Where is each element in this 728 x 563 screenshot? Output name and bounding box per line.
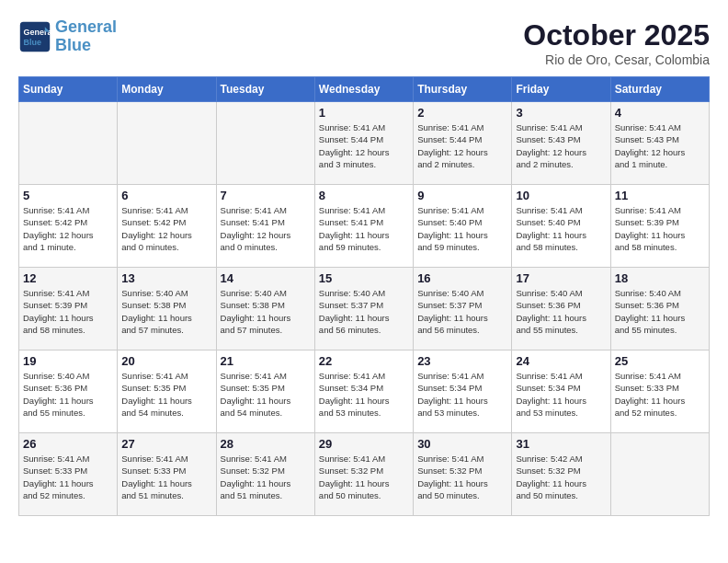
day-cell: 11Sunrise: 5:41 AM Sunset: 5:39 PM Dayli… [610,185,709,268]
day-cell: 10Sunrise: 5:41 AM Sunset: 5:40 PM Dayli… [512,185,610,268]
day-info: Sunrise: 5:40 AM Sunset: 5:38 PM Dayligh… [221,287,311,336]
weekday-header-monday: Monday [118,77,216,102]
weekday-header-sunday: Sunday [19,77,118,102]
day-cell: 28Sunrise: 5:41 AM Sunset: 5:32 PM Dayli… [216,433,314,516]
day-number: 25 [615,354,705,368]
day-cell: 3Sunrise: 5:41 AM Sunset: 5:43 PM Daylig… [512,102,610,185]
weekday-header-thursday: Thursday [414,77,512,102]
weekday-header-saturday: Saturday [610,77,709,102]
day-number: 18 [615,271,705,285]
svg-text:Blue: Blue [23,38,41,47]
day-number: 12 [23,271,113,285]
day-number: 31 [516,437,606,451]
day-number: 5 [23,189,113,202]
day-cell: 29Sunrise: 5:41 AM Sunset: 5:32 PM Dayli… [314,433,413,516]
day-number: 21 [221,354,311,368]
title-block: October 2025 Rio de Oro, Cesar, Colombia [523,18,710,67]
day-number: 6 [121,189,211,202]
weekday-header-friday: Friday [512,77,610,102]
day-info: Sunrise: 5:41 AM Sunset: 5:34 PM Dayligh… [516,370,606,419]
day-cell: 8Sunrise: 5:41 AM Sunset: 5:41 PM Daylig… [314,185,413,268]
day-info: Sunrise: 5:40 AM Sunset: 5:36 PM Dayligh… [615,287,705,336]
calendar-body: 1Sunrise: 5:41 AM Sunset: 5:44 PM Daylig… [19,102,710,516]
day-number: 9 [417,189,507,202]
day-cell: 17Sunrise: 5:40 AM Sunset: 5:36 PM Dayli… [512,268,610,350]
day-cell: 5Sunrise: 5:41 AM Sunset: 5:42 PM Daylig… [19,185,118,268]
day-number: 14 [221,271,311,285]
month-title: October 2025 [523,18,710,52]
day-info: Sunrise: 5:40 AM Sunset: 5:37 PM Dayligh… [417,287,507,336]
day-cell: 7Sunrise: 5:41 AM Sunset: 5:41 PM Daylig… [216,185,314,268]
day-info: Sunrise: 5:41 AM Sunset: 5:32 PM Dayligh… [417,453,507,501]
logo-text: GeneralBlue [55,18,117,55]
day-info: Sunrise: 5:41 AM Sunset: 5:33 PM Dayligh… [121,453,211,501]
day-info: Sunrise: 5:40 AM Sunset: 5:36 PM Dayligh… [516,287,606,336]
week-row-2: 5Sunrise: 5:41 AM Sunset: 5:42 PM Daylig… [19,185,710,268]
day-cell [610,433,709,516]
day-cell [216,102,314,185]
day-info: Sunrise: 5:41 AM Sunset: 5:41 PM Dayligh… [221,204,311,253]
day-info: Sunrise: 5:41 AM Sunset: 5:32 PM Dayligh… [319,453,409,501]
day-cell [19,102,118,185]
day-cell: 23Sunrise: 5:41 AM Sunset: 5:34 PM Dayli… [414,350,512,433]
day-info: Sunrise: 5:41 AM Sunset: 5:35 PM Dayligh… [221,370,311,419]
week-row-4: 19Sunrise: 5:40 AM Sunset: 5:36 PM Dayli… [19,350,710,433]
day-cell: 15Sunrise: 5:40 AM Sunset: 5:37 PM Dayli… [314,268,413,350]
day-info: Sunrise: 5:41 AM Sunset: 5:42 PM Dayligh… [121,204,211,253]
day-info: Sunrise: 5:41 AM Sunset: 5:33 PM Dayligh… [23,453,113,501]
day-cell: 6Sunrise: 5:41 AM Sunset: 5:42 PM Daylig… [118,185,216,268]
day-cell: 25Sunrise: 5:41 AM Sunset: 5:33 PM Dayli… [610,350,709,433]
day-cell: 14Sunrise: 5:40 AM Sunset: 5:38 PM Dayli… [216,268,314,350]
day-cell: 4Sunrise: 5:41 AM Sunset: 5:43 PM Daylig… [610,102,709,185]
day-info: Sunrise: 5:41 AM Sunset: 5:41 PM Dayligh… [319,204,409,253]
day-info: Sunrise: 5:40 AM Sunset: 5:38 PM Dayligh… [121,287,211,336]
day-info: Sunrise: 5:41 AM Sunset: 5:33 PM Dayligh… [615,370,705,419]
day-info: Sunrise: 5:41 AM Sunset: 5:32 PM Dayligh… [221,453,311,501]
day-cell: 1Sunrise: 5:41 AM Sunset: 5:44 PM Daylig… [314,102,413,185]
day-number: 20 [121,354,211,368]
day-info: Sunrise: 5:41 AM Sunset: 5:34 PM Dayligh… [319,370,409,419]
day-cell: 20Sunrise: 5:41 AM Sunset: 5:35 PM Dayli… [118,350,216,433]
logo: General Blue GeneralBlue [18,18,117,55]
day-number: 22 [319,354,409,368]
day-number: 24 [516,354,606,368]
day-number: 16 [417,271,507,285]
day-info: Sunrise: 5:41 AM Sunset: 5:40 PM Dayligh… [417,204,507,253]
day-cell: 27Sunrise: 5:41 AM Sunset: 5:33 PM Dayli… [118,433,216,516]
day-info: Sunrise: 5:41 AM Sunset: 5:42 PM Dayligh… [23,204,113,253]
day-number: 8 [319,189,409,202]
day-cell: 12Sunrise: 5:41 AM Sunset: 5:39 PM Dayli… [19,268,118,350]
weekday-header-tuesday: Tuesday [216,77,314,102]
day-info: Sunrise: 5:40 AM Sunset: 5:36 PM Dayligh… [23,370,113,419]
day-number: 13 [121,271,211,285]
day-info: Sunrise: 5:42 AM Sunset: 5:32 PM Dayligh… [516,453,606,501]
weekday-row: SundayMondayTuesdayWednesdayThursdayFrid… [19,77,710,102]
day-cell: 26Sunrise: 5:41 AM Sunset: 5:33 PM Dayli… [19,433,118,516]
day-cell: 21Sunrise: 5:41 AM Sunset: 5:35 PM Dayli… [216,350,314,433]
day-cell: 22Sunrise: 5:41 AM Sunset: 5:34 PM Dayli… [314,350,413,433]
day-number: 26 [23,437,113,451]
day-cell: 2Sunrise: 5:41 AM Sunset: 5:44 PM Daylig… [414,102,512,185]
logo-icon: General Blue [18,20,51,53]
day-number: 29 [319,437,409,451]
svg-text:General: General [23,28,51,37]
day-cell: 16Sunrise: 5:40 AM Sunset: 5:37 PM Dayli… [414,268,512,350]
day-number: 23 [417,354,507,368]
week-row-5: 26Sunrise: 5:41 AM Sunset: 5:33 PM Dayli… [19,433,710,516]
week-row-3: 12Sunrise: 5:41 AM Sunset: 5:39 PM Dayli… [19,268,710,350]
week-row-1: 1Sunrise: 5:41 AM Sunset: 5:44 PM Daylig… [19,102,710,185]
day-info: Sunrise: 5:41 AM Sunset: 5:43 PM Dayligh… [615,121,705,170]
day-info: Sunrise: 5:40 AM Sunset: 5:37 PM Dayligh… [319,287,409,336]
day-info: Sunrise: 5:41 AM Sunset: 5:44 PM Dayligh… [319,121,409,170]
day-cell [118,102,216,185]
day-cell: 24Sunrise: 5:41 AM Sunset: 5:34 PM Dayli… [512,350,610,433]
calendar-header: SundayMondayTuesdayWednesdayThursdayFrid… [19,77,710,102]
day-number: 2 [417,106,507,120]
day-number: 10 [516,189,606,202]
day-cell: 31Sunrise: 5:42 AM Sunset: 5:32 PM Dayli… [512,433,610,516]
day-number: 27 [121,437,211,451]
day-number: 17 [516,271,606,285]
day-info: Sunrise: 5:41 AM Sunset: 5:39 PM Dayligh… [615,204,705,253]
day-number: 11 [615,189,705,202]
day-cell: 18Sunrise: 5:40 AM Sunset: 5:36 PM Dayli… [610,268,709,350]
